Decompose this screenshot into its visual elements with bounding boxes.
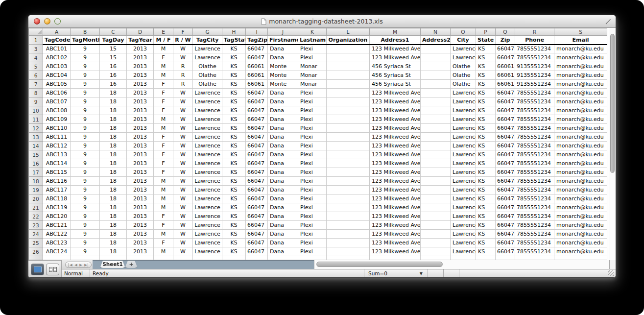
cell[interactable]: 66061 <box>246 62 268 71</box>
cell[interactable]: 123 Milkweed Ave <box>370 150 421 159</box>
cell[interactable]: Dana <box>268 203 298 212</box>
cell[interactable]: Dana <box>268 45 298 53</box>
header-cell[interactable]: TagMonth <box>71 36 100 45</box>
cell[interactable]: Plexi <box>298 247 327 256</box>
cell[interactable]: M <box>154 124 173 133</box>
cell[interactable]: KS <box>222 168 246 177</box>
cell[interactable] <box>327 89 370 97</box>
cell[interactable]: ABC123 <box>43 239 71 247</box>
cell[interactable]: 123 Milkweed Ave <box>370 239 421 247</box>
cell[interactable]: 123 Milkweed Ave <box>370 45 421 53</box>
cell[interactable]: monarch@ku.edu <box>554 239 607 247</box>
cell[interactable]: 123 Milkweed Ave <box>370 168 421 177</box>
cell[interactable]: 66047 <box>496 194 515 203</box>
column-header-L[interactable]: L <box>327 28 370 36</box>
cell[interactable]: 123 Milkweed Ave <box>370 212 421 221</box>
cell[interactable]: W <box>173 106 193 115</box>
cell[interactable]: 9 <box>71 194 100 203</box>
cell[interactable]: 9 <box>71 203 100 212</box>
cell[interactable]: 18 <box>100 89 127 97</box>
cell[interactable] <box>327 177 370 186</box>
column-header-I[interactable]: I <box>246 28 268 36</box>
column-header-N[interactable]: N <box>421 28 451 36</box>
cell[interactable] <box>421 194 451 203</box>
cell[interactable] <box>327 212 370 221</box>
cell[interactable]: 66047 <box>246 115 268 124</box>
cell[interactable]: Lawrence <box>451 45 476 53</box>
cell[interactable]: 2013 <box>127 53 154 62</box>
cell[interactable] <box>421 45 451 53</box>
cell[interactable]: 456 Syriaca St <box>370 80 421 89</box>
header-cell[interactable]: TagDay <box>100 36 127 45</box>
header-cell[interactable]: TagState <box>222 36 246 45</box>
cell[interactable] <box>421 115 451 124</box>
cell[interactable]: 66047 <box>496 89 515 97</box>
cell[interactable]: 123 Milkweed Ave <box>370 97 421 106</box>
cell[interactable]: W <box>173 177 193 186</box>
cell[interactable] <box>421 203 451 212</box>
cell[interactable]: 7855551234 <box>515 45 554 53</box>
cell[interactable]: KS <box>222 71 246 80</box>
cell[interactable] <box>154 256 173 260</box>
cell[interactable]: F <box>154 80 173 89</box>
row-header[interactable]: 26 <box>29 247 43 256</box>
cell[interactable]: 18 <box>100 97 127 106</box>
cell[interactable]: Dana <box>268 133 298 142</box>
cell[interactable]: W <box>173 203 193 212</box>
cell[interactable]: Lawrence <box>451 230 476 239</box>
cell[interactable]: Lawrence <box>451 247 476 256</box>
cell[interactable] <box>370 256 421 260</box>
cell[interactable]: 9 <box>71 239 100 247</box>
cell[interactable]: 2013 <box>127 106 154 115</box>
cell[interactable]: monarch@ku.edu <box>554 80 607 89</box>
cell[interactable]: Lawrence <box>193 186 222 194</box>
cell[interactable]: Dana <box>268 124 298 133</box>
cell[interactable]: Lawrence <box>451 168 476 177</box>
cell[interactable]: KS <box>222 142 246 150</box>
cell[interactable]: 16 <box>100 62 127 71</box>
header-cell[interactable]: Zip <box>496 36 515 45</box>
cell[interactable] <box>421 89 451 97</box>
cell[interactable]: KS <box>222 115 246 124</box>
column-header-P[interactable]: P <box>476 28 496 36</box>
cell[interactable] <box>421 230 451 239</box>
cell[interactable]: M <box>154 203 173 212</box>
cell[interactable]: 66047 <box>496 186 515 194</box>
cell[interactable]: Lawrence <box>193 89 222 97</box>
cell[interactable]: monarch@ku.edu <box>554 142 607 150</box>
row-header[interactable]: 5 <box>29 62 43 71</box>
cell[interactable]: Plexi <box>298 97 327 106</box>
cell[interactable]: 9 <box>71 133 100 142</box>
cell[interactable]: F <box>154 159 173 168</box>
cell[interactable]: Lawrence <box>193 124 222 133</box>
column-header-S[interactable]: S <box>554 28 607 36</box>
cell[interactable] <box>127 256 154 260</box>
cell[interactable] <box>421 53 451 62</box>
cell[interactable]: 9 <box>71 168 100 177</box>
cell[interactable]: 18 <box>100 239 127 247</box>
cell[interactable] <box>554 256 607 260</box>
cell[interactable] <box>327 142 370 150</box>
cell[interactable]: F <box>154 53 173 62</box>
cell[interactable]: monarch@ku.edu <box>554 133 607 142</box>
cell[interactable]: 7855551234 <box>515 168 554 177</box>
cell[interactable]: Plexi <box>298 45 327 53</box>
cell[interactable]: KS <box>222 124 246 133</box>
cell[interactable]: 9135551234 <box>515 62 554 71</box>
cell[interactable]: monarch@ku.edu <box>554 247 607 256</box>
row-header[interactable]: 23 <box>29 221 43 230</box>
cell[interactable]: KS <box>222 203 246 212</box>
cell[interactable]: 66047 <box>496 168 515 177</box>
cell[interactable]: ABC111 <box>43 133 71 142</box>
cell[interactable]: 123 Milkweed Ave <box>370 221 421 230</box>
column-header-M[interactable]: M <box>370 28 421 36</box>
cell[interactable]: Dana <box>268 212 298 221</box>
cell[interactable]: M <box>154 247 173 256</box>
cell[interactable]: 18 <box>100 124 127 133</box>
cell[interactable]: 2013 <box>127 133 154 142</box>
cell[interactable]: 66047 <box>496 142 515 150</box>
cell[interactable]: 9 <box>71 62 100 71</box>
cell[interactable]: KS <box>222 186 246 194</box>
row-header[interactable]: 10 <box>29 106 43 115</box>
cell[interactable]: ABC118 <box>43 194 71 203</box>
